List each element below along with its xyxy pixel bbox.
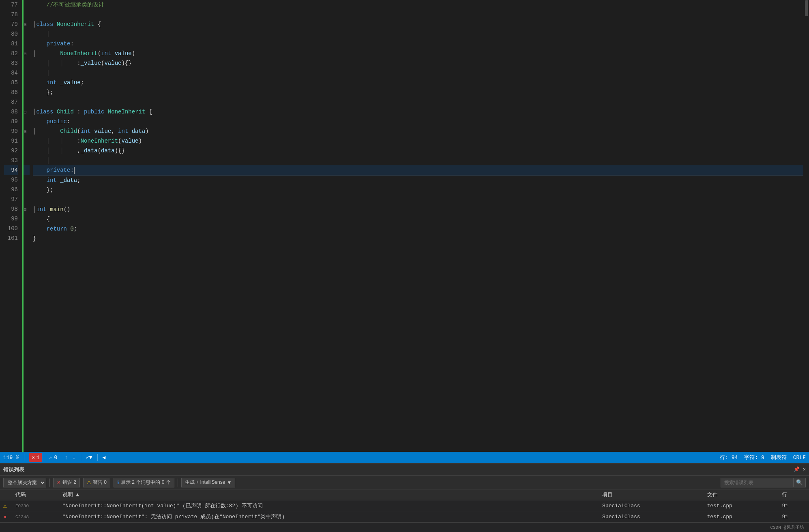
code-line-82: │ NoneInherit(int value) [33, 49, 803, 58]
code-lines[interactable]: //不可被继承类的设计 │class NoneInherit { │ priva… [30, 0, 803, 452]
table-row[interactable]: ⚠ E0330 "NoneInherit::NoneInherit(int va… [0, 500, 809, 511]
col-header-icon [0, 489, 12, 500]
row1-file: test.cpp [704, 500, 779, 511]
row1-project: SpecialClass [599, 500, 704, 511]
code-line-80: │ [33, 29, 803, 39]
editor-area: 77 78 79 80 81 82 83 84 85 86 87 88 89 9… [0, 0, 809, 452]
arrow-up-btn[interactable]: ↑ [64, 455, 68, 461]
error-search-input[interactable] [721, 478, 794, 487]
error-count[interactable]: ✕ 1 [29, 453, 42, 462]
info-btn[interactable]: ℹ 展示 2 个消息中的 0 个 [114, 478, 174, 487]
code-line-101: } [33, 234, 803, 244]
row1-line: 91 [779, 500, 809, 511]
attribution: CSDN @风君子坊 [0, 522, 809, 532]
code-line-93: │ [33, 156, 803, 165]
status-sep3 [97, 454, 98, 461]
error-toolbar: 整个解决方案 ✕ 错误 2 ⚠ 警告 0 ℹ 展示 2 个消息中的 0 个 生成… [0, 476, 809, 489]
code-line-78 [33, 10, 803, 19]
status-sep2 [81, 454, 81, 461]
error-panel-header: 错误列表 📌 ✕ [0, 464, 809, 476]
code-line-83: │ │ :_value(value){} [33, 58, 803, 68]
code-container[interactable]: 77 78 79 80 81 82 83 84 85 86 87 88 89 9… [0, 0, 809, 452]
arrow-down-btn[interactable]: ↓ [73, 455, 76, 461]
build-btn[interactable]: 生成 + IntelliSense ▼ [181, 478, 236, 487]
table-header: 代码 说明 ▲ 项目 文件 行 [0, 489, 809, 500]
row2-line: 91 [779, 511, 809, 522]
status-bar: 119 % ✕ 1 ⚠ 0 ↑ ↓ ✓▼ ◀ 行: 94 字符: 9 制表符 C… [0, 452, 809, 463]
code-line-97 [33, 195, 803, 205]
code-line-96: }; [33, 185, 803, 195]
warning-btn[interactable]: ⚠ 警告 0 [83, 478, 110, 487]
code-line-86: }; [33, 88, 803, 97]
zoom-level[interactable]: 119 % [3, 455, 19, 461]
col-header-project[interactable]: 项目 [599, 489, 704, 500]
warn-icon: ⚠ [87, 480, 91, 485]
row2-code: C2248 [12, 511, 59, 522]
code-line-94: private: [33, 165, 803, 175]
code-line-90: │ Child(int value, int data) [33, 126, 803, 136]
panel-close-icon[interactable]: ✕ [803, 466, 806, 472]
search-btn[interactable]: 🔍 [794, 478, 806, 487]
warning-count[interactable]: ⚠ 0 [47, 453, 60, 462]
row1-code: E0330 [12, 500, 59, 511]
error-table: 代码 说明 ▲ 项目 文件 行 ⚠ E0330 "NoneInherit::No… [0, 489, 809, 522]
fold-gutter: ⊟ ⊟ ⊟ ⊟ ⊟ [22, 0, 30, 452]
row2-project: SpecialClass [599, 511, 704, 522]
error-icon: ✕ [57, 480, 61, 485]
code-line-92: │ │ ,_data(data){} [33, 146, 803, 156]
row2-file: test.cpp [704, 511, 779, 522]
code-line-100: return 0; [33, 224, 803, 234]
code-line-88: │class Child : public NoneInherit { [33, 107, 803, 117]
row2-icon: ✕ [0, 511, 12, 522]
row1-desc: "NoneInherit::NoneInherit(int value)" (已… [59, 500, 599, 511]
toolbar-div2 [178, 479, 178, 487]
dropdown-icon: ▼ [227, 480, 232, 485]
error-row-icon: ✕ [3, 514, 6, 520]
code-line-85: int _value; [33, 78, 803, 88]
code-line-98: │int main() [33, 205, 803, 214]
panel-title: 错误列表 [3, 466, 24, 473]
scrollbar-area[interactable] [803, 0, 809, 452]
row2-desc: "NoneInherit::NoneInherit": 无法访问 private… [59, 511, 599, 522]
toolbar-div1 [49, 479, 50, 487]
info-icon: ℹ [117, 480, 119, 485]
status-right: 行: 94 字符: 9 制表符 CRLF [720, 454, 806, 461]
code-line-79: │class NoneInherit { [33, 19, 803, 29]
green-bar [22, 0, 24, 452]
code-line-89: public: [33, 117, 803, 126]
scope-select[interactable]: 整个解决方案 [3, 478, 46, 487]
col-header-line[interactable]: 行 [779, 489, 809, 500]
code-line-87 [33, 97, 803, 107]
warning-icon: ⚠ [3, 503, 6, 509]
row1-icon: ⚠ [0, 500, 12, 511]
error-btn[interactable]: ✕ 错误 2 [53, 478, 80, 487]
status-sep1 [24, 454, 24, 461]
code-line-91: │ │ :NoneInherit(value) [33, 136, 803, 146]
scrollbar-thumb[interactable] [805, 0, 808, 16]
panel-pin-icon[interactable]: 📌 [794, 466, 800, 472]
code-line-77: //不可被继承类的设计 [33, 0, 803, 10]
error-panel: 错误列表 📌 ✕ 整个解决方案 ✕ 错误 2 ⚠ 警告 0 ℹ 展示 2 个消息… [0, 463, 809, 532]
code-line-99: { [33, 214, 803, 224]
search-area: 🔍 [721, 478, 806, 487]
code-line-84: │ [33, 68, 803, 78]
code-line-95: int _data; [33, 175, 803, 185]
col-header-file[interactable]: 文件 [704, 489, 779, 500]
panel-controls: 📌 ✕ [794, 466, 806, 472]
nav-btn[interactable]: ◀ [103, 454, 106, 461]
col-header-desc[interactable]: 说明 ▲ [59, 489, 599, 500]
col-header-code[interactable]: 代码 [12, 489, 59, 500]
code-line-81: private: [33, 39, 803, 49]
checkmark-btn[interactable]: ✓▼ [86, 454, 92, 461]
line-numbers: 77 78 79 80 81 82 83 84 85 86 87 88 89 9… [0, 0, 22, 452]
table-row[interactable]: ✕ C2248 "NoneInherit::NoneInherit": 无法访问… [0, 511, 809, 522]
